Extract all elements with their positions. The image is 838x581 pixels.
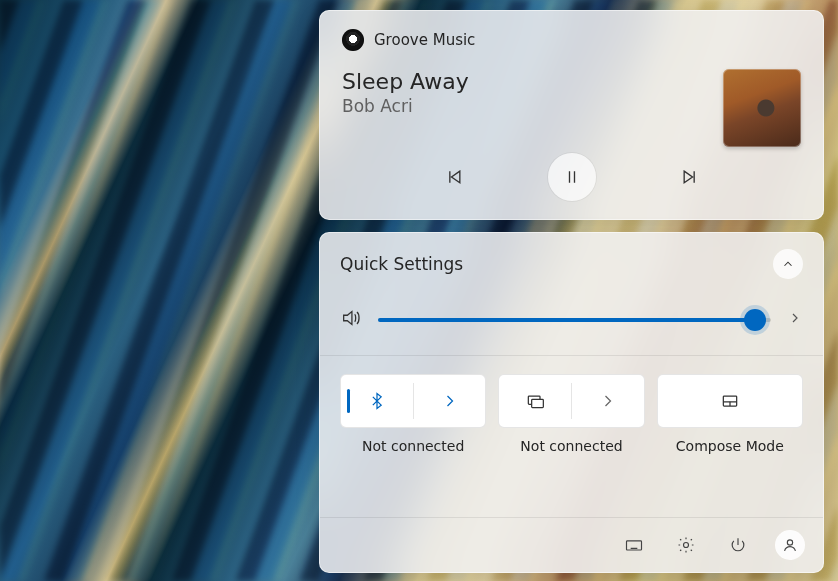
tile-bluetooth: Not connected <box>340 374 486 454</box>
album-art[interactable] <box>723 69 801 147</box>
user-button[interactable] <box>775 530 805 560</box>
user-icon <box>780 535 800 555</box>
chevron-right-icon <box>598 391 618 411</box>
media-app-header: Groove Music <box>342 29 801 51</box>
previous-track-button[interactable] <box>430 153 478 201</box>
track-title: Sleep Away <box>342 69 469 94</box>
media-panel: Groove Music Sleep Away Bob Acri <box>319 10 824 220</box>
bluetooth-icon <box>367 391 387 411</box>
compose-toggle[interactable] <box>658 375 802 427</box>
volume-row <box>320 293 823 355</box>
quick-settings-panel: Quick Settings <box>319 232 824 573</box>
gear-icon <box>676 535 696 555</box>
chevron-up-icon <box>781 257 795 271</box>
cast-tile[interactable] <box>498 374 644 428</box>
media-app-name: Groove Music <box>374 31 475 49</box>
volume-icon[interactable] <box>340 307 362 333</box>
bluetooth-flyout[interactable] <box>414 375 486 427</box>
next-track-button[interactable] <box>666 153 714 201</box>
quick-settings-title: Quick Settings <box>340 254 463 274</box>
bluetooth-tile[interactable] <box>340 374 486 428</box>
compose-tile[interactable] <box>657 374 803 428</box>
next-icon <box>680 167 700 187</box>
cast-label: Not connected <box>520 438 622 454</box>
quick-actions-row: Not connected Not connected <box>320 356 823 462</box>
bluetooth-label: Not connected <box>362 438 464 454</box>
compose-icon <box>720 391 740 411</box>
power-icon <box>728 535 748 555</box>
previous-icon <box>444 167 464 187</box>
keyboard-icon <box>624 535 644 555</box>
volume-flyout-button[interactable] <box>787 310 803 330</box>
cast-flyout[interactable] <box>572 375 644 427</box>
play-pause-button[interactable] <box>548 153 596 201</box>
chevron-right-icon <box>787 310 803 326</box>
pause-icon <box>562 167 582 187</box>
quick-settings-header: Quick Settings <box>320 233 823 293</box>
cast-toggle[interactable] <box>499 375 571 427</box>
compose-label: Compose Mode <box>676 438 784 454</box>
svg-point-4 <box>684 543 689 548</box>
track-artist: Bob Acri <box>342 96 469 116</box>
volume-slider[interactable] <box>378 309 771 331</box>
power-button[interactable] <box>723 530 753 560</box>
settings-button[interactable] <box>671 530 701 560</box>
cast-icon <box>525 391 545 411</box>
groove-music-icon <box>342 29 364 51</box>
track-info: Sleep Away Bob Acri <box>342 69 469 116</box>
media-controls <box>342 149 801 205</box>
svg-rect-1 <box>532 399 544 407</box>
tile-compose: Compose Mode <box>657 374 803 454</box>
tile-cast: Not connected <box>498 374 644 454</box>
quick-settings-footer <box>320 517 823 572</box>
bluetooth-toggle[interactable] <box>341 375 413 427</box>
collapse-button[interactable] <box>773 249 803 279</box>
chevron-right-icon <box>440 391 460 411</box>
on-screen-keyboard-button[interactable] <box>619 530 649 560</box>
svg-point-5 <box>787 540 792 545</box>
